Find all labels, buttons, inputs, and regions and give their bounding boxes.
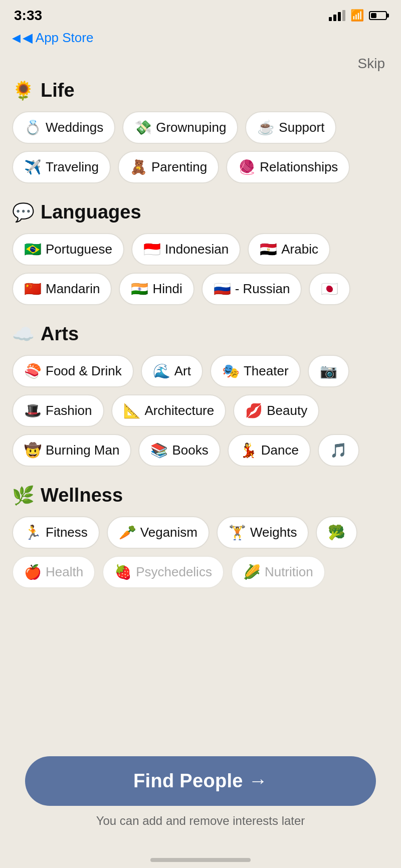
psychedelics-icon: 🍓 xyxy=(114,564,132,580)
tag-weights[interactable]: 🏋️Weights xyxy=(217,516,309,549)
back-button[interactable]: ◀ ◀ App Store xyxy=(12,30,93,46)
tag-beauty[interactable]: 💋Beauty xyxy=(233,394,319,427)
tag-weddings[interactable]: 💍Weddings xyxy=(12,111,115,144)
arts-emoji-icon: ☁️ xyxy=(12,324,35,345)
tag-label: Parenting xyxy=(151,159,207,175)
back-label: ◀ App Store xyxy=(23,30,93,46)
find-people-container: Find People → You can add and remove int… xyxy=(25,756,376,828)
tag-label: Portuguese xyxy=(46,242,112,257)
tag-label: Theater xyxy=(244,363,289,379)
tag-food---drink[interactable]: 🍣Food & Drink xyxy=(12,355,134,387)
status-time: 3:33 xyxy=(14,8,42,24)
tag-label: Hindi xyxy=(152,281,182,297)
traveling-icon: ✈️ xyxy=(24,159,42,175)
tag-item[interactable]: 🎵 xyxy=(318,434,359,467)
fashion-icon: 🎩 xyxy=(24,402,42,419)
life-row-1: ✈️Traveling🧸Parenting🧶Relationships xyxy=(12,151,389,183)
wellness-emoji-icon: 🌿 xyxy=(12,485,35,506)
tag-art[interactable]: 🌊Art xyxy=(141,355,203,387)
battery-icon xyxy=(369,11,387,20)
section-arts: ☁️Arts🍣Food & Drink🌊Art🎭Theater📷🎩Fashion… xyxy=(12,323,389,467)
tag-item[interactable]: 📷 xyxy=(308,355,349,387)
portuguese-icon: 🇧🇷 xyxy=(24,241,42,258)
tag-health[interactable]: 🍎Health xyxy=(12,556,95,588)
tag-item[interactable]: 🇯🇵 xyxy=(309,273,350,305)
languages-row-1: 🇨🇳Mandarin🇮🇳Hindi🇷🇺- Russian🇯🇵 xyxy=(12,273,389,305)
tag-theater[interactable]: 🎭Theater xyxy=(210,355,301,387)
tag-veganism[interactable]: 🥕Veganism xyxy=(107,516,210,549)
relationships-icon: 🧶 xyxy=(238,159,256,175)
tag-mandarin[interactable]: 🇨🇳Mandarin xyxy=(12,273,112,305)
tag-label: Traveling xyxy=(46,159,99,175)
hindi-icon: 🇮🇳 xyxy=(131,281,148,297)
architecture-icon: 📐 xyxy=(123,402,141,419)
tag-portuguese[interactable]: 🇧🇷Portuguese xyxy=(12,233,124,266)
mandarin-icon: 🇨🇳 xyxy=(24,281,42,297)
tag-fashion[interactable]: 🎩Fashion xyxy=(12,394,104,427)
indonesian-icon: 🇮🇩 xyxy=(143,241,161,258)
tag-traveling[interactable]: ✈️Traveling xyxy=(12,151,111,183)
weddings-icon: 💍 xyxy=(24,119,42,136)
parenting-icon: 🧸 xyxy=(130,159,147,175)
tag---russian[interactable]: 🇷🇺- Russian xyxy=(202,273,302,305)
veganism-icon: 🥕 xyxy=(119,524,136,541)
find-people-button[interactable]: Find People → xyxy=(25,756,376,806)
food---drink-icon: 🍣 xyxy=(24,363,42,379)
section-title-wellness: 🌿Wellness xyxy=(12,485,389,506)
tag-label: Weddings xyxy=(46,120,103,135)
tag-indonesian[interactable]: 🇮🇩Indonesian xyxy=(131,233,241,266)
tag-label: Architecture xyxy=(145,403,215,418)
--russian-icon: 🇷🇺 xyxy=(214,281,231,297)
-icon: 🎵 xyxy=(330,442,347,459)
main-content: 🌻Life💍Weddings💸Grownuping☕Support✈️Trave… xyxy=(0,80,401,667)
wellness-row-1: 🍎Health🍓Psychedelics🌽Nutrition xyxy=(12,556,389,588)
tag-label: Nutrition xyxy=(265,564,313,580)
find-people-hint: You can add and remove interests later xyxy=(96,814,305,828)
skip-button[interactable]: Skip xyxy=(358,56,385,72)
tag-dance[interactable]: 💃Dance xyxy=(228,434,311,467)
arts-row-0: 🍣Food & Drink🌊Art🎭Theater📷 xyxy=(12,355,389,387)
tag-architecture[interactable]: 📐Architecture xyxy=(111,394,227,427)
tag-grownuping[interactable]: 💸Grownuping xyxy=(122,111,238,144)
theater-icon: 🎭 xyxy=(222,363,240,379)
tag-label: Health xyxy=(46,564,83,580)
tag-fitness[interactable]: 🏃Fitness xyxy=(12,516,100,549)
tag-label: Fashion xyxy=(46,403,92,418)
arts-label: Arts xyxy=(41,323,79,345)
tag-label: - Russian xyxy=(235,281,290,297)
books-icon: 📚 xyxy=(150,442,168,459)
health-icon: 🍎 xyxy=(24,564,42,580)
arts-row-2: 🤠Burning Man📚Books💃Dance🎵 xyxy=(12,434,389,467)
languages-label: Languages xyxy=(41,201,141,223)
beauty-icon: 💋 xyxy=(245,402,263,419)
tag-item[interactable]: 🥦 xyxy=(316,516,357,549)
tag-arabic[interactable]: 🇪🇬Arabic xyxy=(248,233,330,266)
tag-hindi[interactable]: 🇮🇳Hindi xyxy=(119,273,194,305)
tag-label: Psychedelics xyxy=(136,564,212,580)
life-label: Life xyxy=(41,80,75,101)
status-bar: 3:33 📶 xyxy=(0,0,401,28)
tag-books[interactable]: 📚Books xyxy=(138,434,220,467)
back-arrow-icon: ◀ xyxy=(12,32,21,45)
weights-icon: 🏋️ xyxy=(229,524,246,541)
tag-nutrition[interactable]: 🌽Nutrition xyxy=(231,556,325,588)
tag-label: Veganism xyxy=(140,525,197,540)
tag-burning-man[interactable]: 🤠Burning Man xyxy=(12,434,131,467)
wifi-icon: 📶 xyxy=(350,9,364,22)
tag-label: Books xyxy=(172,443,208,458)
section-wellness: 🌿Wellness🏃Fitness🥕Veganism🏋️Weights🥦🍎Hea… xyxy=(12,485,389,588)
tag-support[interactable]: ☕Support xyxy=(245,111,336,144)
tag-label: Weights xyxy=(250,525,297,540)
-icon: 🇯🇵 xyxy=(321,281,338,297)
languages-row-0: 🇧🇷Portuguese🇮🇩Indonesian🇪🇬Arabic xyxy=(12,233,389,266)
tag-parenting[interactable]: 🧸Parenting xyxy=(118,151,219,183)
tag-psychedelics[interactable]: 🍓Psychedelics xyxy=(102,556,224,588)
tag-label: Indonesian xyxy=(165,242,229,257)
tag-relationships[interactable]: 🧶Relationships xyxy=(226,151,350,183)
support-icon: ☕ xyxy=(257,119,275,136)
tag-label: Fitness xyxy=(46,525,88,540)
life-emoji-icon: 🌻 xyxy=(12,80,35,101)
tag-label: Burning Man xyxy=(46,443,119,458)
burning-man-icon: 🤠 xyxy=(24,442,42,459)
nutrition-icon: 🌽 xyxy=(243,564,261,580)
